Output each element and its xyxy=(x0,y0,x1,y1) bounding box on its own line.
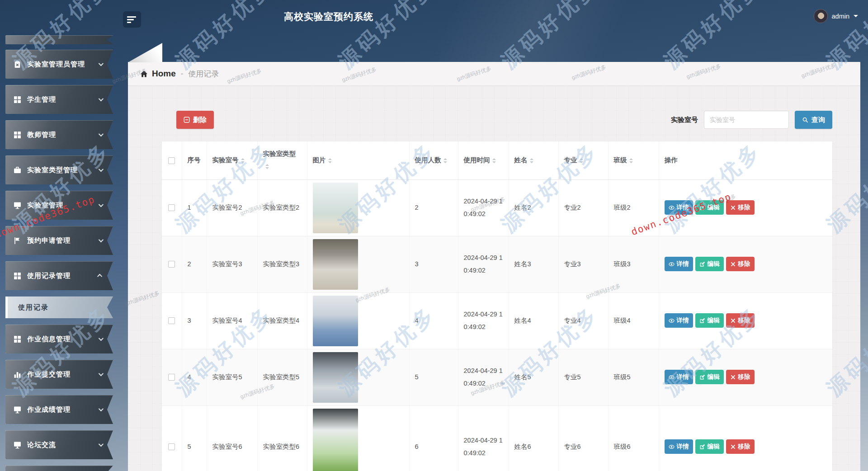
sort-carets-icon[interactable] xyxy=(241,158,245,163)
column-header-label: 序号 xyxy=(188,156,201,164)
sidebar-item-label: 作业信息管理 xyxy=(27,335,93,344)
eye-icon xyxy=(669,205,675,211)
breadcrumb-home[interactable]: Home xyxy=(152,69,176,79)
sort-carets-icon[interactable] xyxy=(530,158,533,163)
column-header-label: 姓名 xyxy=(514,156,528,164)
remove-button-label: 移除 xyxy=(738,373,750,381)
column-header[interactable]: 图片 xyxy=(307,141,409,179)
edit-button[interactable]: 编辑 xyxy=(695,257,724,271)
lab_no-cell: 实验室号4 xyxy=(207,292,257,349)
sidebar-item-teacher-management[interactable]: 教师管理 xyxy=(5,120,113,149)
row-checkbox-cell xyxy=(162,236,182,292)
column-header[interactable]: 实验室号 xyxy=(207,141,257,179)
name-cell: 姓名2 xyxy=(509,179,558,236)
sidebar-item-label: 教师管理 xyxy=(27,131,93,139)
chevron-down-icon xyxy=(99,406,104,411)
row-checkbox[interactable] xyxy=(168,204,175,211)
lab_type-cell: 实验室类型6 xyxy=(257,405,307,471)
detail-button-label: 详情 xyxy=(677,260,689,268)
column-header[interactable]: 使用人数 xyxy=(409,141,458,179)
user-menu[interactable]: admin xyxy=(814,9,859,23)
grid-icon xyxy=(14,131,21,139)
chevron-down-icon xyxy=(99,167,104,172)
eye-icon xyxy=(669,261,675,267)
sidebar-item-lab-management[interactable]: 实验室管理 xyxy=(5,191,113,220)
detail-button[interactable]: 详情 xyxy=(665,313,693,328)
column-header-label: 专业 xyxy=(564,156,577,164)
sidebar-item-lab-type-management[interactable]: 实验室类型管理 xyxy=(5,155,113,184)
remove-button[interactable]: 移除 xyxy=(726,313,755,328)
sort-carets-icon[interactable] xyxy=(580,158,583,163)
sidebar-item-label: 使用记录 xyxy=(18,303,103,312)
remove-button[interactable]: 移除 xyxy=(726,257,755,271)
sort-carets-icon[interactable] xyxy=(443,158,447,163)
column-header-label: 使用人数 xyxy=(415,156,441,164)
sidebar-toggle-button[interactable] xyxy=(123,11,141,28)
edit-button[interactable]: 编辑 xyxy=(695,439,724,454)
row-checkbox-cell xyxy=(162,292,182,349)
sidebar-item-usage-record-management[interactable]: 使用记录管理 xyxy=(5,261,113,290)
sidebar-item-reservation-management[interactable]: 预约申请管理 xyxy=(5,226,113,255)
actions-cell: 详情编辑移除 xyxy=(659,179,832,236)
select-all-checkbox[interactable] xyxy=(168,157,175,164)
remove-button-label: 移除 xyxy=(738,443,750,451)
sidebar-item-partial-top[interactable] xyxy=(5,35,113,44)
content-panel: Home - 使用记录 删除 实验室号 查询 序号实验室号实验室类型图片使用人数… xyxy=(128,62,860,471)
row-checkbox[interactable] xyxy=(168,261,175,268)
row-checkbox[interactable] xyxy=(168,443,175,450)
minus-square-icon xyxy=(184,117,190,123)
lab_type-cell: 实验室类型3 xyxy=(257,236,307,292)
sidebar-item-label: 论坛交流 xyxy=(27,441,93,449)
usage-records-table: 序号实验室号实验室类型图片使用人数使用时间姓名专业班级操作 1实验室号2实验室类… xyxy=(162,141,832,471)
sidebar-item-homework-info-management[interactable]: 作业信息管理 xyxy=(5,325,113,353)
remove-button[interactable]: 移除 xyxy=(726,439,755,454)
edit-button[interactable]: 编辑 xyxy=(695,370,724,384)
sort-carets-icon[interactable] xyxy=(328,158,332,163)
sidebar-item-forum[interactable]: 论坛交流 xyxy=(5,430,113,459)
remove-button-label: 移除 xyxy=(738,260,750,268)
major-cell: 专业2 xyxy=(558,179,608,236)
lab_no-cell: 实验室号2 xyxy=(207,179,257,236)
sidebar-item-student-management[interactable]: 学生管理 xyxy=(5,85,113,114)
briefcase-icon xyxy=(14,166,21,174)
row-checkbox[interactable] xyxy=(168,374,175,381)
class_name-cell: 班级6 xyxy=(608,405,659,471)
row-checkbox[interactable] xyxy=(168,317,175,324)
sidebar-item-usage-record[interactable]: 使用记录 xyxy=(5,297,113,318)
search-input[interactable] xyxy=(704,111,789,129)
column-header[interactable]: 实验室类型 xyxy=(257,141,307,179)
detail-button[interactable]: 详情 xyxy=(665,257,693,271)
column-header[interactable]: 姓名 xyxy=(509,141,558,179)
column-header[interactable]: 使用时间 xyxy=(458,141,509,179)
remove-button[interactable]: 移除 xyxy=(726,200,755,215)
sidebar-item-homework-score-management[interactable]: 作业成绩管理 xyxy=(5,395,113,424)
page-fold-decoration xyxy=(128,43,162,62)
sidebar-item-homework-submit-management[interactable]: 作业提交管理 xyxy=(5,360,113,389)
delete-button[interactable]: 删除 xyxy=(176,111,214,129)
sidebar-item-lab-admin-management[interactable]: 实验室管理员管理 xyxy=(5,50,113,79)
sort-carets-icon[interactable] xyxy=(492,158,496,163)
class_name-cell: 班级5 xyxy=(608,349,659,405)
edit-button[interactable]: 编辑 xyxy=(695,200,724,215)
column-header: 序号 xyxy=(182,141,207,179)
actions-cell: 详情编辑移除 xyxy=(659,236,832,292)
detail-button[interactable]: 详情 xyxy=(665,370,693,384)
detail-button-label: 详情 xyxy=(677,373,689,381)
photo-cell xyxy=(307,292,409,349)
edit-button[interactable]: 编辑 xyxy=(695,313,724,328)
sort-carets-icon[interactable] xyxy=(629,158,633,163)
detail-button-label: 详情 xyxy=(677,316,689,325)
column-header[interactable]: 专业 xyxy=(558,141,608,179)
sidebar-item-partial-bottom[interactable] xyxy=(5,466,113,471)
query-button[interactable]: 查询 xyxy=(795,111,832,129)
sort-carets-icon[interactable] xyxy=(265,164,269,169)
detail-button[interactable]: 详情 xyxy=(665,439,693,454)
breadcrumb-current: 使用记录 xyxy=(188,69,219,79)
detail-button[interactable]: 详情 xyxy=(665,200,693,215)
remove-button[interactable]: 移除 xyxy=(726,370,755,384)
column-header[interactable]: 班级 xyxy=(608,141,659,179)
edit-icon xyxy=(699,261,705,267)
lab_type-cell: 实验室类型2 xyxy=(257,179,307,236)
sidebar-item-label: 学生管理 xyxy=(27,95,93,104)
delete-button-label: 删除 xyxy=(193,116,207,124)
